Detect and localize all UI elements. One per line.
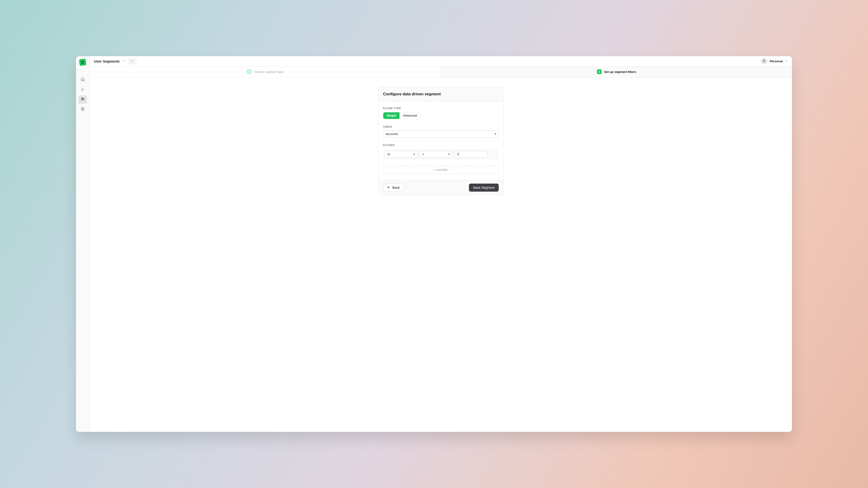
card-footer: Back Save Segment xyxy=(378,180,503,195)
filters-section: FILTERS id > xyxy=(383,144,499,174)
step-label: Choose segment type xyxy=(254,70,284,74)
home-icon xyxy=(81,77,85,82)
workspace-name: Personal xyxy=(770,60,782,63)
add-filter-button[interactable]: + Add filter xyxy=(383,166,499,174)
arrow-left-icon xyxy=(387,186,391,190)
svg-point-5 xyxy=(83,98,84,99)
filter-type-section: FILTER TYPE Simple Advanced xyxy=(383,107,499,119)
save-button-label: Save Segment xyxy=(473,186,495,190)
step-label: Set up segment filters xyxy=(604,70,636,74)
filter-row: id > xyxy=(383,149,499,160)
breadcrumb-root: User Segments xyxy=(94,59,120,63)
database-icon xyxy=(81,107,85,112)
avatar: P xyxy=(761,58,767,64)
svg-point-6 xyxy=(82,108,84,109)
step-number-badge: 2 xyxy=(597,69,602,74)
card-title: Configure data driven segment xyxy=(383,92,499,97)
filter-operator-select[interactable]: > xyxy=(420,151,453,158)
chevron-down-icon xyxy=(784,59,788,63)
back-button[interactable]: Back xyxy=(383,184,404,192)
card-header: Configure data driven segment xyxy=(378,87,503,102)
filter-type-toggle: Simple Advanced xyxy=(383,112,421,119)
table-section: TABLE accounts xyxy=(383,125,499,137)
svg-rect-0 xyxy=(81,61,83,62)
content-area: Configure data driven segment FILTER TYP… xyxy=(90,77,792,432)
filter-type-advanced-button[interactable]: Advanced xyxy=(400,112,420,119)
bar-chart-icon xyxy=(81,87,85,92)
wizard-steps: 1 Choose segment type 2 Set up segment f… xyxy=(90,67,792,77)
svg-rect-1 xyxy=(83,61,84,62)
filter-type-label: FILTER TYPE xyxy=(383,107,499,110)
table-select[interactable]: accounts xyxy=(383,130,499,137)
svg-rect-3 xyxy=(83,62,84,63)
chevron-down-icon xyxy=(131,59,134,63)
add-filter-label: + Add filter xyxy=(433,168,448,171)
sidebar xyxy=(76,56,90,432)
step-choose-type[interactable]: 1 Choose segment type xyxy=(90,67,441,77)
filter-type-simple-button[interactable]: Simple xyxy=(383,112,400,119)
svg-point-4 xyxy=(82,98,83,99)
save-segment-button[interactable]: Save Segment xyxy=(469,184,499,192)
users-icon xyxy=(81,97,85,102)
back-button-label: Back xyxy=(393,186,400,190)
svg-rect-2 xyxy=(82,63,83,64)
sidebar-nav xyxy=(79,75,87,114)
card-body: FILTER TYPE Simple Advanced TABLE accoun… xyxy=(378,102,503,180)
filter-column-select[interactable]: id xyxy=(385,151,417,158)
sidebar-item-data[interactable] xyxy=(79,105,87,114)
sidebar-item-segments[interactable] xyxy=(79,95,87,104)
filters-label: FILTERS xyxy=(383,144,499,147)
workspace-switcher[interactable]: Personal xyxy=(770,59,788,63)
app-logo xyxy=(79,59,86,66)
sidebar-item-home[interactable] xyxy=(79,75,87,84)
topbar: User Segments P Personal xyxy=(90,56,792,67)
configure-segment-card: Configure data driven segment FILTER TYP… xyxy=(378,87,504,195)
table-label: TABLE xyxy=(383,125,499,128)
breadcrumb-segment-dropdown[interactable] xyxy=(128,58,137,64)
filter-value-input[interactable] xyxy=(455,151,487,158)
main-column: User Segments P Personal 1 Choose se xyxy=(90,56,792,432)
app-window: User Segments P Personal 1 Choose se xyxy=(76,56,792,432)
sidebar-item-analytics[interactable] xyxy=(79,86,87,94)
chevron-right-icon xyxy=(122,60,125,63)
step-number-badge: 1 xyxy=(247,69,251,74)
step-setup-filters[interactable]: 2 Set up segment filters xyxy=(441,67,792,77)
